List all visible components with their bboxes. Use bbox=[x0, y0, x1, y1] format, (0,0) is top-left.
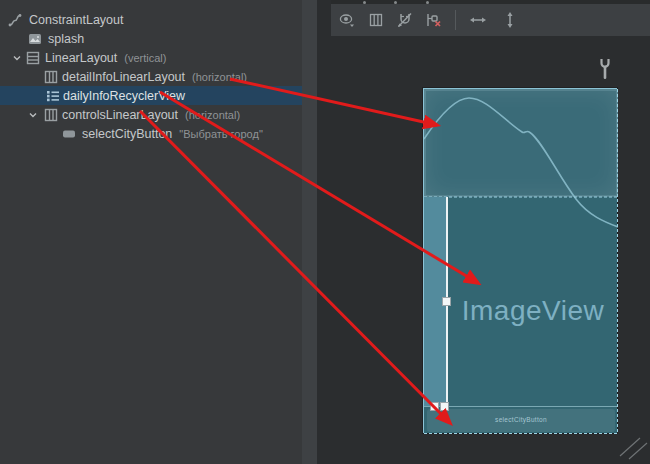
device-preview[interactable]: ImageView selectCityButton bbox=[423, 88, 617, 433]
tree-item-splash[interactable]: splash bbox=[0, 29, 302, 48]
tree-item-label: LinearLayout bbox=[45, 51, 117, 65]
tree-item-controls-linear-layout[interactable]: controlsLinearLayout (horizontal) bbox=[0, 105, 302, 124]
column-mode-button[interactable] bbox=[363, 8, 389, 32]
component-tree-panel: ConstraintLayout splash LinearLayout (ve… bbox=[0, 0, 302, 464]
tree-item-label: dailyInfoRecyclerView bbox=[63, 89, 185, 103]
toolbar-separator bbox=[455, 10, 456, 30]
dropdown-caret-icon bbox=[350, 25, 354, 28]
expand-horizontal-button[interactable] bbox=[465, 8, 491, 32]
view-options-button[interactable] bbox=[334, 8, 360, 32]
recycler-view-icon bbox=[46, 89, 60, 103]
tree-item-label: controlsLinearLayout bbox=[62, 108, 178, 122]
tree-item-label: selectCityButton bbox=[82, 127, 172, 141]
clear-constraints-button[interactable] bbox=[421, 8, 447, 32]
panel-splitter[interactable] bbox=[302, 0, 317, 464]
eye-icon bbox=[338, 11, 356, 29]
select-city-button-preview-label: selectCityButton bbox=[424, 416, 618, 423]
tree-item-daily-info-recycler-view[interactable]: dailyInfoRecyclerView bbox=[0, 86, 302, 105]
collapse-chevron-icon[interactable] bbox=[12, 53, 22, 63]
detail-info-area[interactable] bbox=[424, 89, 618, 197]
linear-layout-horizontal-icon bbox=[44, 108, 58, 122]
tree-item-linear-layout[interactable]: LinearLayout (vertical) bbox=[0, 48, 302, 67]
selection-handle-bottom-left[interactable] bbox=[430, 402, 439, 411]
image-icon bbox=[28, 32, 42, 46]
tree-item-constraint-layout[interactable]: ConstraintLayout bbox=[0, 10, 302, 29]
tree-item-annotation: (horizontal) bbox=[192, 71, 247, 83]
button-icon bbox=[62, 127, 76, 141]
columns-icon bbox=[368, 12, 384, 28]
linear-layout-horizontal-icon bbox=[44, 70, 58, 84]
linear-layout-vertical-icon bbox=[26, 51, 40, 65]
horizontal-arrows-icon bbox=[469, 11, 487, 29]
tree-item-label: splash bbox=[48, 32, 84, 46]
collapse-chevron-icon[interactable] bbox=[28, 110, 38, 120]
expand-vertical-button[interactable] bbox=[497, 8, 523, 32]
tree-item-label: detailInfoLinearLayout bbox=[62, 70, 185, 84]
tree-item-label: ConstraintLayout bbox=[29, 13, 124, 27]
vertical-arrows-icon bbox=[501, 11, 519, 29]
tree-item-detail-info-linear-layout[interactable]: detailInfoLinearLayout (horizontal) bbox=[0, 67, 302, 86]
design-toolbar bbox=[331, 4, 650, 36]
tree-item-select-city-button[interactable]: selectCityButton "Выбрать город" bbox=[0, 124, 302, 143]
selection-handle-mid[interactable] bbox=[442, 297, 451, 306]
magnet-off-icon bbox=[396, 11, 414, 29]
controls-bar[interactable]: selectCityButton bbox=[424, 406, 618, 434]
layout-editor-window: ConstraintLayout splash LinearLayout (ve… bbox=[0, 0, 650, 464]
clear-constraints-icon bbox=[425, 11, 443, 29]
tree-item-annotation: (horizontal) bbox=[185, 109, 240, 121]
red-x-icon bbox=[436, 22, 441, 27]
autoconnect-off-button[interactable] bbox=[392, 8, 418, 32]
constraint-layout-icon bbox=[8, 13, 22, 27]
selection-handle-bottom-right[interactable] bbox=[440, 402, 449, 411]
imageview-placeholder-label: ImageView bbox=[448, 295, 618, 327]
wrench-icon[interactable] bbox=[597, 58, 613, 80]
tree-item-annotation: (vertical) bbox=[124, 52, 166, 64]
tree-item-annotation: "Выбрать город" bbox=[179, 128, 262, 140]
